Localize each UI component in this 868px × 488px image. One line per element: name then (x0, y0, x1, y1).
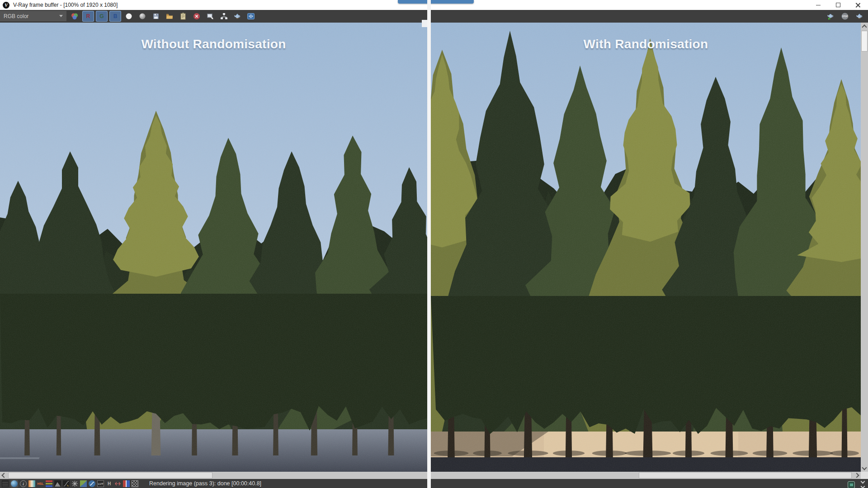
close-button[interactable] (848, 0, 868, 10)
close-icon (856, 3, 860, 7)
render-status-message: Rendering image (pass 3): done [00:00:40… (149, 479, 261, 488)
chevron-down-icon (861, 484, 865, 488)
chevron-left-icon (1, 473, 6, 478)
render-view-without-randomisation: Without Randomisation (0, 23, 427, 472)
teapot-play-icon (826, 12, 835, 20)
horizontal-scrollbar-right[interactable] (431, 472, 861, 479)
clear-image-button[interactable] (191, 11, 203, 22)
window-title: V-Ray frame buffer - [100% of 1920 x 108… (13, 2, 118, 8)
rgb-channels-button[interactable] (69, 11, 80, 22)
node-tree-icon (220, 12, 228, 20)
v-scroll-thumb[interactable] (861, 31, 868, 52)
stop-render-button[interactable]: STOP (839, 11, 851, 22)
rgb-circles-icon (71, 12, 79, 20)
white-balance-icon[interactable] (80, 480, 87, 487)
green-channel-button[interactable]: G (96, 11, 108, 22)
minimize-icon (816, 5, 821, 5)
srgb-toggle[interactable] (10, 480, 18, 488)
scroll-down-button[interactable] (861, 465, 868, 472)
duplicate-buffer-button[interactable] (204, 11, 216, 22)
interactive-render-button[interactable] (825, 11, 836, 22)
forest-render-left (0, 23, 427, 472)
load-image-button[interactable] (164, 11, 175, 22)
gradient-correction-icon[interactable] (28, 480, 35, 487)
hsl-correction-icon[interactable]: HSL (37, 480, 44, 487)
channel-dropdown-value: RGB color (4, 13, 28, 19)
compare-horizontal-icon (247, 12, 255, 20)
monitor-arrow-icon (206, 12, 214, 20)
expand-statusbar-button[interactable] (861, 480, 864, 488)
levels-icon[interactable] (54, 480, 61, 487)
save-icon (152, 12, 160, 20)
contrast-curve-icon[interactable] (89, 480, 95, 487)
curves-icon[interactable] (63, 480, 70, 487)
channel-dropdown[interactable]: RGB color (0, 11, 66, 21)
save-image-button[interactable] (150, 11, 162, 22)
clipboard-icon (179, 12, 187, 20)
render-view-with-randomisation: With Randomisation (431, 23, 861, 472)
horizontal-scrollbar-left[interactable] (0, 472, 427, 479)
vray-logo-icon: V (3, 2, 9, 9)
render-button[interactable] (231, 11, 243, 22)
lut-icon[interactable]: LUT (97, 480, 104, 487)
forest-render-right (431, 23, 861, 472)
vfb-toolbar: RGB color R G B (0, 10, 868, 23)
chevron-right-icon (854, 473, 859, 478)
monochrome-button[interactable] (137, 11, 148, 22)
red-channel-label: R (86, 13, 90, 19)
chevron-up-icon (862, 24, 867, 29)
scroll-right-button[interactable] (854, 472, 861, 479)
restore-button[interactable] (828, 0, 848, 10)
filmic-tonemap-icon[interactable] (71, 480, 78, 487)
scrollbar-corner (861, 472, 868, 479)
icc-profile-icon[interactable] (114, 480, 121, 487)
node-tree-button[interactable] (218, 11, 230, 22)
pixel-grid-icon[interactable] (132, 480, 138, 487)
blue-channel-label: B (113, 13, 118, 19)
green-channel-label: G (99, 13, 104, 19)
scroll-up-button[interactable] (861, 23, 868, 30)
render-last-button[interactable] (854, 11, 865, 22)
compare-ab-button[interactable] (245, 11, 257, 22)
stop-icon: STOP (841, 12, 849, 20)
blue-channel-button[interactable]: B (109, 11, 121, 22)
red-channel-button[interactable]: R (82, 11, 94, 22)
left-caption: Without Randomisation (0, 37, 427, 52)
chevron-down-icon (862, 465, 867, 470)
pane-divider (427, 0, 431, 488)
chevron-down-icon (861, 479, 865, 484)
restore-icon (836, 3, 840, 7)
copy-to-clipboard-button[interactable] (177, 11, 189, 22)
mono-sphere-icon (138, 12, 146, 20)
teapot-icon (233, 12, 241, 20)
vertical-scrollbar[interactable] (861, 23, 868, 472)
alpha-channel-button[interactable] (123, 11, 135, 22)
info-icon[interactable]: i (20, 480, 27, 487)
compare-handle[interactable] (398, 0, 474, 4)
ab-channels-icon[interactable] (123, 480, 130, 487)
teapot-icon (855, 12, 863, 20)
folder-icon (165, 12, 174, 20)
vray-frame-buffer-window: V V-Ray frame buffer - [100% of 1920 x 1… (0, 0, 868, 488)
scroll-left-button[interactable] (0, 472, 7, 479)
color-balance-icon[interactable] (46, 480, 52, 487)
h-scroll-thumb-right[interactable] (639, 472, 852, 479)
chevron-down-icon (59, 15, 63, 17)
svg-text:STOP: STOP (842, 15, 848, 18)
heatmap-icon[interactable]: H (106, 480, 113, 487)
srgb-globe-icon (11, 480, 18, 487)
alpha-circle-icon (125, 12, 133, 20)
minimize-button[interactable] (808, 0, 828, 10)
clear-x-icon (193, 12, 201, 20)
right-caption: With Randomisation (431, 37, 861, 52)
left-pane-scrollbar-remnant (422, 20, 427, 27)
color-clamp-icon[interactable] (848, 481, 855, 488)
status-bar: i HSL LUT H Rendering image (pass 3): d (0, 479, 868, 488)
corrections-panel-icon[interactable] (2, 480, 9, 487)
h-scroll-thumb-left[interactable] (8, 472, 212, 479)
